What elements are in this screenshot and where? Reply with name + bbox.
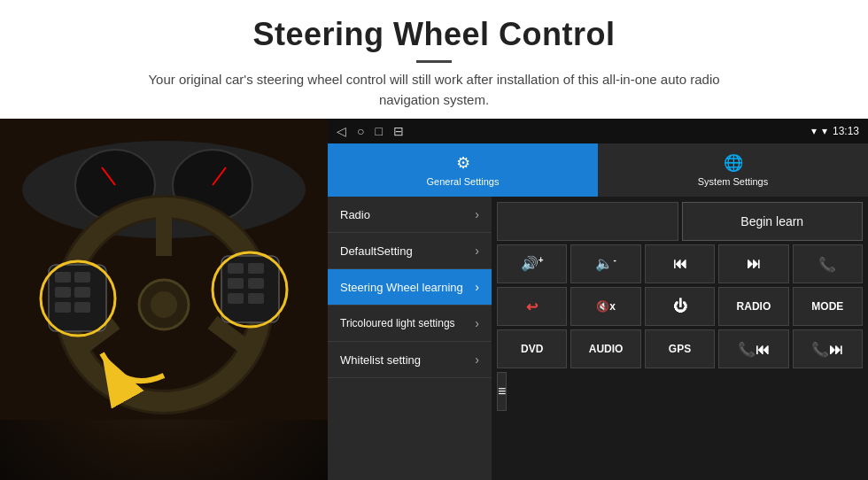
chevron-right-icon: › <box>475 207 479 221</box>
controls-row-4: ≡ <box>497 372 863 411</box>
begin-learn-button[interactable]: Begin learn <box>682 202 864 241</box>
hang-up-button[interactable]: ↩ <box>497 287 567 326</box>
svg-rect-18 <box>55 302 71 313</box>
volume-up-button[interactable]: 🔊+ <box>497 244 567 283</box>
next-track-button[interactable]: ⏭ <box>718 244 788 283</box>
menu-item-radio-label: Radio <box>340 208 370 221</box>
svg-rect-16 <box>55 287 71 298</box>
svg-rect-26 <box>248 293 264 304</box>
title-divider <box>416 60 452 63</box>
wifi-icon: ▾ <box>822 125 827 137</box>
volume-up-icon: 🔊+ <box>521 255 544 272</box>
hang-up-icon: ↩ <box>526 298 538 315</box>
empty-input-box <box>497 202 678 241</box>
subtitle: Your original car's steering wheel contr… <box>124 70 744 110</box>
gps-button[interactable]: GPS <box>645 329 715 368</box>
tab-bar: ⚙ General Settings 🌐 System Settings <box>328 143 868 197</box>
main-content: Radio › DefaultSetting › Steering Wheel … <box>328 197 868 480</box>
mute-icon: 🔇x <box>596 300 616 313</box>
menu-item-whitelist-label: Whitelist setting <box>340 353 421 367</box>
general-settings-icon: ⚙ <box>456 153 470 173</box>
tab-system-label: System Settings <box>698 176 768 187</box>
android-ui: ◁ ○ □ ⊟ ▾ ▾ 13:13 ⚙ General Settings <box>328 119 868 480</box>
tab-general[interactable]: ⚙ General Settings <box>328 143 598 197</box>
content-area: ◁ ○ □ ⊟ ▾ ▾ 13:13 ⚙ General Settings <box>0 119 868 480</box>
status-bar-nav: ◁ ○ □ ⊟ <box>337 124 404 138</box>
menu-item-steering-label: Steering Wheel learning <box>340 281 463 294</box>
svg-rect-15 <box>74 272 90 283</box>
clock: 13:13 <box>833 125 859 137</box>
chevron-right-icon: › <box>475 352 479 367</box>
tel-next-button[interactable]: 📞⏭ <box>793 329 863 368</box>
chevron-right-icon: › <box>475 316 479 330</box>
car-background <box>0 119 328 480</box>
menu-item-radio[interactable]: Radio › <box>328 197 492 233</box>
back-nav-icon[interactable]: ◁ <box>337 124 346 138</box>
tab-system[interactable]: 🌐 System Settings <box>598 143 868 197</box>
tab-general-label: General Settings <box>427 176 500 187</box>
steering-wheel-svg <box>0 119 328 420</box>
menu-item-tricoloured-label: Tricoloured light settings <box>340 317 455 329</box>
begin-learn-row: Begin learn <box>497 202 863 241</box>
page-wrapper: Steering Wheel Control Your original car… <box>0 0 868 480</box>
phone-icon: 📞 <box>818 256 836 273</box>
controls-row-3: DVD AUDIO GPS 📞⏮ 📞⏭ <box>497 329 863 368</box>
svg-point-12 <box>151 291 177 318</box>
tel-next-icon: 📞⏭ <box>811 341 843 358</box>
menu-icon-button[interactable]: ≡ <box>497 372 507 411</box>
mode-button[interactable]: MODE <box>793 287 863 326</box>
svg-rect-24 <box>248 278 264 289</box>
svg-rect-21 <box>228 263 244 274</box>
mute-button[interactable]: 🔇x <box>570 287 640 326</box>
page-title: Steering Wheel Control <box>18 16 850 53</box>
menu-item-tricoloured[interactable]: Tricoloured light settings › <box>328 306 492 342</box>
audio-button[interactable]: AUDIO <box>570 329 640 368</box>
chevron-right-icon: › <box>475 280 479 294</box>
volume-down-icon: 🔈- <box>595 255 616 272</box>
home-nav-icon[interactable]: ○ <box>357 124 364 138</box>
controls-row-1: 🔊+ 🔈- ⏮ ⏭ 📞 <box>497 244 863 283</box>
phone-answer-button[interactable]: 📞 <box>793 244 863 283</box>
menu-icon: ≡ <box>498 383 506 399</box>
app-nav-icon[interactable]: ⊟ <box>393 124 404 138</box>
menu-item-default-label: DefaultSetting <box>340 244 413 258</box>
status-bar-info: ▾ ▾ 13:13 <box>811 125 859 137</box>
menu-item-steering[interactable]: Steering Wheel learning › <box>328 269 492 306</box>
svg-rect-19 <box>74 302 90 313</box>
svg-rect-25 <box>228 293 244 304</box>
svg-rect-17 <box>74 287 90 298</box>
recent-nav-icon[interactable]: □ <box>375 124 382 138</box>
menu-item-default[interactable]: DefaultSetting › <box>328 233 492 269</box>
system-settings-icon: 🌐 <box>724 153 743 173</box>
controls-row-2: ↩ 🔇x ⏻ RADIO MODE <box>497 287 863 326</box>
power-button[interactable]: ⏻ <box>645 287 715 326</box>
svg-rect-23 <box>228 278 244 289</box>
radio-button[interactable]: RADIO <box>718 287 788 326</box>
signal-icon: ▾ <box>811 125 817 137</box>
controls-panel: Begin learn 🔊+ 🔈- ⏮ <box>492 197 868 480</box>
svg-rect-14 <box>55 272 71 283</box>
menu-panel: Radio › DefaultSetting › Steering Wheel … <box>328 197 492 480</box>
skip-next-icon: ⏭ <box>747 256 761 272</box>
svg-rect-22 <box>248 263 264 274</box>
tel-prev-button[interactable]: 📞⏮ <box>718 329 788 368</box>
car-image-area <box>0 119 328 480</box>
dvd-button[interactable]: DVD <box>497 329 567 368</box>
chevron-right-icon: › <box>475 244 479 258</box>
prev-track-button[interactable]: ⏮ <box>645 244 715 283</box>
header-section: Steering Wheel Control Your original car… <box>0 0 868 119</box>
menu-item-whitelist[interactable]: Whitelist setting › <box>328 342 492 378</box>
power-icon: ⏻ <box>673 298 687 314</box>
skip-prev-icon: ⏮ <box>673 256 687 272</box>
tel-prev-icon: 📞⏮ <box>738 341 770 358</box>
status-bar: ◁ ○ □ ⊟ ▾ ▾ 13:13 <box>328 119 868 143</box>
volume-down-button[interactable]: 🔈- <box>570 244 640 283</box>
